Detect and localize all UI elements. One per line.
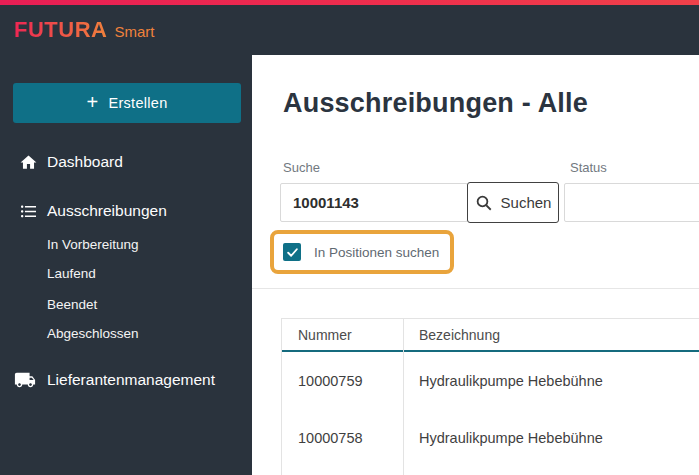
app-logo[interactable]: FUTURA Smart [14,17,154,43]
positions-checkbox-label[interactable]: In Positionen suchen [314,245,439,260]
positions-checkbox[interactable] [283,243,301,261]
checkmark-icon [286,246,299,259]
sidebar: + Erstellen Dashboard Ausschreibungen In… [0,55,252,475]
results-table: Nummer Bezeichnung 10000759 Hydraulikpum… [281,318,699,475]
plus-icon: + [86,92,98,112]
sidebar-subitem-laufend[interactable]: Laufend [0,262,252,284]
truck-icon [14,369,36,391]
section-divider [252,288,699,289]
cell-bezeichnung: Hydraulikpumpe Hebebühne [403,430,699,446]
status-select[interactable] [564,183,699,222]
sidebar-item-dashboard[interactable]: Dashboard [0,146,252,178]
cell-nummer: 10000759 [282,373,403,389]
home-icon [17,151,39,173]
search-input[interactable] [280,183,468,222]
topbar: FUTURA Smart [0,5,699,55]
search-button-label: Suchen [501,194,552,211]
sidebar-subitem-label: Abgeschlossen [47,326,139,341]
cell-bezeichnung: Hydraulikpumpe Hebebühne [403,373,699,389]
sidebar-item-lieferantenmanagement[interactable]: Lieferantenmanagement [0,364,252,396]
sidebar-subitem-label: In Vorbereitung [47,237,139,252]
sidebar-subitem-label: Laufend [47,266,96,281]
annotation-highlight: In Positionen suchen [270,230,454,274]
page-title: Ausschreibungen - Alle [283,88,588,119]
sidebar-item-label: Ausschreibungen [47,202,167,220]
search-button[interactable]: Suchen [467,182,559,223]
cell-nummer: 10000758 [282,430,403,446]
list-icon [17,200,39,222]
column-separator [403,318,404,475]
sidebar-subitem-label: Beendet [47,297,97,312]
sidebar-subitem-in-vorbereitung[interactable]: In Vorbereitung [0,233,252,255]
create-button[interactable]: + Erstellen [13,83,241,123]
table-row[interactable]: 10000758 Hydraulikpumpe Hebebühne [282,409,699,466]
sidebar-subitem-beendet[interactable]: Beendet [0,293,252,315]
search-icon [475,194,493,212]
main-content: Ausschreibungen - Alle Suche Suchen Stat… [252,55,699,475]
table-header-row: Nummer Bezeichnung [282,318,699,352]
table-row[interactable]: 10000759 Hydraulikpumpe Hebebühne [282,352,699,409]
create-button-label: Erstellen [108,95,167,111]
sidebar-item-ausschreibungen[interactable]: Ausschreibungen [0,195,252,227]
column-header-bezeichnung[interactable]: Bezeichnung [403,327,699,343]
search-field-label: Suche [283,160,320,175]
sidebar-subitem-abgeschlossen[interactable]: Abgeschlossen [0,322,252,344]
status-field-label: Status [570,160,607,175]
logo-secondary-text: Smart [114,23,154,40]
sidebar-item-label: Dashboard [47,153,123,171]
column-header-nummer[interactable]: Nummer [282,327,403,343]
sidebar-item-label: Lieferantenmanagement [47,371,215,389]
logo-primary-text: FUTURA [14,17,107,43]
